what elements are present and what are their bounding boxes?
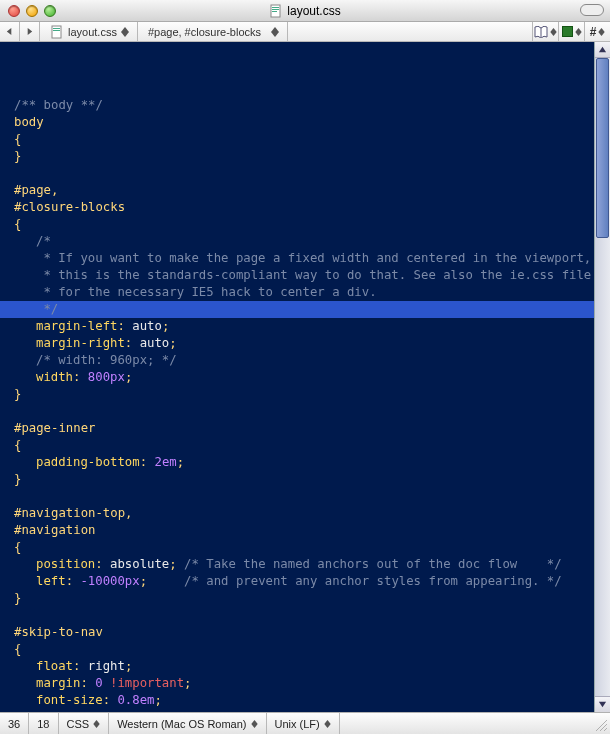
code-line[interactable] bbox=[6, 165, 610, 182]
counterpart-icon bbox=[562, 26, 573, 37]
line-endings-dropdown[interactable]: Unix (LF) bbox=[267, 713, 340, 734]
code-line[interactable]: } bbox=[6, 471, 610, 488]
code-line[interactable]: margin: 0 !important; bbox=[6, 675, 610, 692]
code-line[interactable] bbox=[6, 607, 610, 624]
history-back-button[interactable] bbox=[0, 22, 20, 41]
code-editor[interactable]: /** body **/body{} #page,#closure-blocks… bbox=[0, 42, 610, 712]
dropdown-chevrons-icon bbox=[121, 27, 129, 37]
document-icon bbox=[50, 25, 64, 39]
code-line[interactable]: /** body **/ bbox=[6, 97, 610, 114]
code-line[interactable]: * If you want to make the page a fixed w… bbox=[6, 250, 610, 267]
language-mode-dropdown[interactable]: CSS bbox=[59, 713, 110, 734]
code-line[interactable]: * for the necessary IE5 hack to center a… bbox=[6, 284, 610, 301]
code-line[interactable]: /* bbox=[6, 233, 610, 250]
svg-rect-0 bbox=[271, 5, 280, 17]
cursor-line-value: 36 bbox=[8, 718, 20, 730]
encoding-dropdown[interactable]: Western (Mac OS Roman) bbox=[109, 713, 266, 734]
book-icon bbox=[534, 26, 548, 38]
code-line[interactable]: margin-left: auto; bbox=[6, 318, 610, 335]
code-line[interactable]: } bbox=[6, 148, 610, 165]
code-line[interactable]: width: 800px; bbox=[6, 369, 610, 386]
minimize-button[interactable] bbox=[26, 5, 38, 17]
code-line[interactable]: } bbox=[6, 709, 610, 712]
window-title: layout.css bbox=[287, 4, 340, 18]
svg-rect-6 bbox=[53, 30, 60, 31]
code-line[interactable]: padding-bottom: 2em; bbox=[6, 454, 610, 471]
code-line[interactable]: #closure-blocks bbox=[6, 199, 610, 216]
code-line[interactable]: float: right; bbox=[6, 658, 610, 675]
code-line[interactable] bbox=[6, 488, 610, 505]
code-line[interactable]: } bbox=[6, 386, 610, 403]
svg-rect-1 bbox=[272, 7, 279, 8]
svg-line-9 bbox=[600, 724, 607, 731]
code-line[interactable]: #navigation-top, bbox=[6, 505, 610, 522]
code-line[interactable]: { bbox=[6, 437, 610, 454]
code-line[interactable]: margin-right: auto; bbox=[6, 335, 610, 352]
breakpoints-menu[interactable]: # bbox=[584, 22, 610, 41]
code-line[interactable]: { bbox=[6, 216, 610, 233]
code-line[interactable]: #page, bbox=[6, 182, 610, 199]
code-line[interactable]: #skip-to-nav bbox=[6, 624, 610, 641]
svg-rect-2 bbox=[272, 9, 279, 10]
cursor-line[interactable]: 36 bbox=[0, 713, 29, 734]
file-dropdown[interactable]: layout.css bbox=[40, 22, 138, 41]
traffic-lights bbox=[0, 5, 56, 17]
encoding-value: Western (Mac OS Roman) bbox=[117, 718, 246, 730]
navigation-toolbar: layout.css #page, #closure-blocks bbox=[0, 22, 610, 42]
toolbar-toggle-button[interactable] bbox=[580, 4, 604, 16]
language-mode-value: CSS bbox=[67, 718, 90, 730]
close-button[interactable] bbox=[8, 5, 20, 17]
code-line[interactable]: #navigation bbox=[6, 522, 610, 539]
code-line[interactable]: */ bbox=[6, 301, 610, 318]
svg-line-10 bbox=[604, 728, 607, 731]
dropdown-chevrons-icon bbox=[271, 27, 279, 37]
history-forward-button[interactable] bbox=[20, 22, 40, 41]
code-line[interactable]: font-size: 0.8em; bbox=[6, 692, 610, 709]
svg-rect-5 bbox=[53, 28, 60, 29]
code-line[interactable]: left: -10000px; /* and prevent any ancho… bbox=[6, 573, 610, 590]
dropdown-chevrons-icon bbox=[93, 720, 100, 728]
code-line[interactable]: #page-inner bbox=[6, 420, 610, 437]
resize-grip-icon[interactable] bbox=[592, 716, 608, 732]
symbol-dropdown-label: #page, #closure-blocks bbox=[148, 26, 261, 38]
cursor-column-value: 18 bbox=[37, 718, 49, 730]
code-line[interactable]: * this is the standards-compliant way to… bbox=[6, 267, 610, 284]
dropdown-chevrons-icon bbox=[324, 720, 331, 728]
cursor-column[interactable]: 18 bbox=[29, 713, 58, 734]
symbol-dropdown[interactable]: #page, #closure-blocks bbox=[138, 22, 288, 41]
dropdown-chevrons-icon bbox=[598, 28, 605, 36]
hash-icon: # bbox=[590, 25, 597, 39]
code-line[interactable]: /* width: 960px; */ bbox=[6, 352, 610, 369]
code-line[interactable]: { bbox=[6, 131, 610, 148]
file-dropdown-label: layout.css bbox=[68, 26, 117, 38]
dropdown-chevrons-icon bbox=[251, 720, 258, 728]
dropdown-chevrons-icon bbox=[550, 28, 557, 36]
scroll-up-button[interactable] bbox=[595, 42, 610, 58]
line-endings-value: Unix (LF) bbox=[275, 718, 320, 730]
code-line[interactable]: } bbox=[6, 590, 610, 607]
window-titlebar: layout.css bbox=[0, 0, 610, 22]
code-line[interactable]: { bbox=[6, 539, 610, 556]
code-line[interactable]: { bbox=[6, 641, 610, 658]
svg-rect-4 bbox=[52, 26, 61, 38]
counterpart-menu[interactable] bbox=[558, 22, 584, 41]
code-content: /** body **/body{} #page,#closure-blocks… bbox=[0, 93, 610, 712]
document-icon bbox=[269, 4, 283, 18]
bookmarks-menu[interactable] bbox=[532, 22, 558, 41]
zoom-button[interactable] bbox=[44, 5, 56, 17]
code-line[interactable]: body bbox=[6, 114, 610, 131]
dropdown-chevrons-icon bbox=[575, 28, 582, 36]
code-line[interactable] bbox=[6, 403, 610, 420]
code-line[interactable]: position: absolute; /* Take the named an… bbox=[6, 556, 610, 573]
svg-rect-3 bbox=[272, 11, 277, 12]
status-bar: 36 18 CSS Western (Mac OS Roman) Unix (L… bbox=[0, 712, 610, 734]
